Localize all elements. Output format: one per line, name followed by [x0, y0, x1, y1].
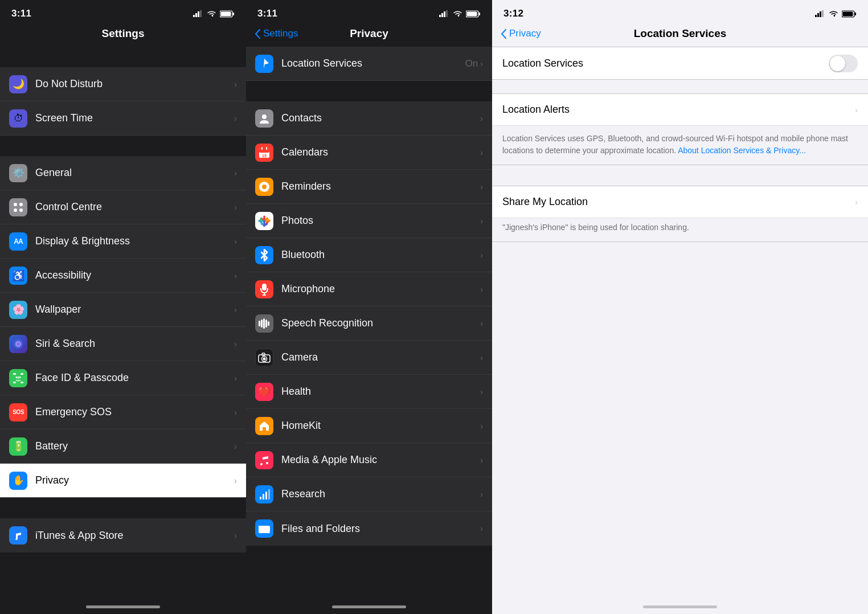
- display-brightness-chevron: ›: [234, 237, 237, 246]
- row-face-id[interactable]: Face ID & Passcode ›: [0, 361, 246, 395]
- itunes-label: iTunes & App Store: [35, 530, 232, 542]
- itunes-chevron: ›: [234, 531, 237, 540]
- location-toggle[interactable]: [829, 55, 858, 72]
- row-camera[interactable]: Camera ›: [246, 341, 492, 375]
- row-accessibility[interactable]: ♿ Accessibility ›: [0, 259, 246, 293]
- emergency-label: Emergency SOS: [35, 406, 232, 418]
- location-services-link[interactable]: About Location Services & Privacy...: [678, 146, 806, 155]
- camera-label: Camera: [281, 351, 478, 363]
- bluetooth-icon: [255, 246, 273, 264]
- speech-icon: [255, 314, 273, 333]
- research-svg: [259, 489, 270, 500]
- calendars-chevron: ›: [480, 148, 483, 157]
- status-time-3: 3:12: [503, 8, 523, 19]
- row-wallpaper[interactable]: 🌸 Wallpaper ›: [0, 293, 246, 327]
- row-files[interactable]: Files and Folders ›: [246, 511, 492, 546]
- speech-chevron: ›: [480, 319, 483, 328]
- control-centre-chevron: ›: [234, 203, 237, 212]
- row-speech[interactable]: Speech Recognition ›: [246, 306, 492, 341]
- location-alerts-section: Location Alerts › Location Services uses…: [492, 93, 868, 165]
- row-battery[interactable]: 🔋 Battery ›: [0, 429, 246, 464]
- home-indicator-2: [246, 595, 492, 614]
- row-photos[interactable]: Photos ›: [246, 204, 492, 238]
- battery-row-icon: 🔋: [9, 437, 27, 456]
- bluetooth-svg: [260, 249, 269, 261]
- privacy-list[interactable]: Contacts › 15 Calendars ›: [246, 101, 492, 595]
- share-location-desc: "Jignesh's iPhone" is being used for loc…: [492, 218, 868, 241]
- row-screen-time[interactable]: ⏱ Screen Time ›: [0, 101, 246, 136]
- back-to-privacy[interactable]: Privacy: [501, 28, 541, 39]
- back-to-settings[interactable]: Settings: [255, 28, 298, 39]
- row-health[interactable]: ❤️ Health ›: [246, 375, 492, 409]
- row-calendars[interactable]: 15 Calendars ›: [246, 136, 492, 170]
- row-microphone[interactable]: Microphone ›: [246, 272, 492, 306]
- svg-rect-42: [263, 318, 265, 329]
- svg-point-11: [14, 339, 23, 349]
- back-chevron-icon-3: [501, 29, 507, 39]
- privacy-label: Privacy: [35, 474, 232, 486]
- row-bluetooth[interactable]: Bluetooth ›: [246, 238, 492, 272]
- settings-list[interactable]: 🌙 Do Not Disturb › ⏱ Screen Time › ⚙️ Ge…: [0, 47, 246, 595]
- homekit-chevron: ›: [480, 421, 483, 431]
- health-icon: ❤️: [255, 383, 273, 401]
- microphone-svg: [260, 283, 268, 296]
- svg-rect-15: [13, 382, 16, 383]
- contacts-label: Contacts: [281, 112, 478, 124]
- location-alerts-row[interactable]: Location Alerts ›: [492, 94, 868, 126]
- row-do-not-disturb[interactable]: 🌙 Do Not Disturb ›: [0, 67, 246, 101]
- svg-rect-43: [265, 320, 267, 328]
- svg-rect-14: [21, 373, 23, 375]
- wifi-icon: [207, 10, 216, 17]
- row-homekit[interactable]: HomeKit ›: [246, 409, 492, 443]
- svg-rect-3: [200, 10, 202, 17]
- control-centre-icon: [9, 198, 27, 216]
- home-bar-3: [643, 605, 717, 608]
- control-icon-svg: [13, 202, 24, 213]
- row-emergency-sos[interactable]: SOS Emergency SOS ›: [0, 395, 246, 429]
- share-location-chevron: ›: [855, 198, 858, 207]
- location-services-row[interactable]: Location Services On ›: [246, 47, 492, 81]
- contacts-svg: [258, 112, 271, 125]
- svg-rect-21: [439, 15, 441, 17]
- microphone-icon: [255, 280, 273, 298]
- location-services-chevron: ›: [480, 59, 483, 68]
- row-general[interactable]: ⚙️ General ›: [0, 156, 246, 190]
- camera-svg: [258, 353, 271, 363]
- svg-rect-48: [262, 353, 265, 355]
- location-toggle-row[interactable]: Location Services: [492, 47, 868, 79]
- location-services-label: Location Services: [281, 58, 465, 69]
- svg-rect-56: [817, 13, 819, 17]
- row-reminders[interactable]: Reminders ›: [246, 170, 492, 204]
- svg-rect-5: [233, 13, 235, 15]
- reminders-chevron: ›: [480, 182, 483, 191]
- row-display-brightness[interactable]: AA Display & Brightness ›: [0, 224, 246, 259]
- svg-point-18: [19, 376, 21, 378]
- svg-rect-0: [193, 15, 195, 17]
- location-alerts-chevron: ›: [855, 105, 858, 114]
- siri-label: Siri & Search: [35, 338, 232, 350]
- bluetooth-chevron: ›: [480, 251, 483, 260]
- siri-svg: [13, 339, 23, 349]
- do-not-disturb-icon: 🌙: [9, 75, 27, 93]
- homekit-label: HomeKit: [281, 420, 478, 432]
- status-time-1: 3:11: [11, 8, 31, 19]
- face-id-icon: [9, 369, 27, 387]
- back-chevron-icon: [255, 29, 261, 39]
- row-control-centre[interactable]: Control Centre ›: [0, 190, 246, 224]
- svg-rect-30: [259, 149, 269, 153]
- row-contacts[interactable]: Contacts ›: [246, 101, 492, 136]
- row-siri-search[interactable]: Siri & Search ›: [0, 327, 246, 361]
- svg-rect-41: [261, 320, 263, 328]
- svg-rect-53: [268, 489, 270, 500]
- share-desc-text: "Jignesh's iPhone" is being used for loc…: [502, 223, 689, 232]
- emergency-icon: SOS: [9, 403, 27, 421]
- status-bar-2: 3:11: [246, 0, 492, 23]
- row-itunes[interactable]: iTunes & App Store ›: [0, 518, 246, 552]
- row-media[interactable]: Media & Apple Music ›: [246, 443, 492, 477]
- nav-title-3: Location Services: [634, 27, 727, 40]
- share-location-row[interactable]: Share My Location ›: [492, 186, 868, 218]
- row-research[interactable]: Research ›: [246, 477, 492, 511]
- svg-rect-2: [198, 11, 199, 17]
- row-privacy[interactable]: ✋ Privacy ›: [0, 464, 246, 498]
- speech-svg: [258, 318, 271, 329]
